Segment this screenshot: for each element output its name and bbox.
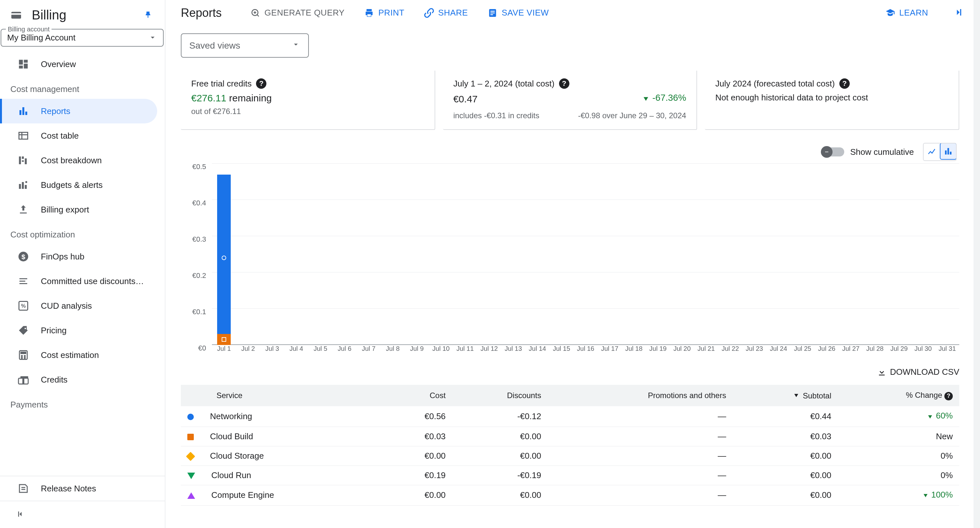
x-tick-label: Jul 4	[284, 345, 308, 358]
learn-label: LEARN	[899, 8, 928, 18]
change-cell: 0%	[838, 466, 959, 485]
change-cell: 100%	[838, 485, 959, 506]
help-icon[interactable]: ?	[944, 392, 953, 400]
sidebar-item-label: Committed use discounts…	[41, 276, 144, 286]
save-view-button[interactable]: SAVE VIEW	[487, 8, 549, 18]
svg-rect-43	[960, 9, 961, 16]
sidebar-item-credits[interactable]: Credits	[0, 367, 165, 392]
scrollbar[interactable]	[974, 0, 980, 528]
svg-rect-2	[19, 60, 23, 65]
generate-query-icon	[250, 8, 261, 18]
sidebar-item-reports[interactable]: Reports	[0, 99, 157, 124]
chart-type-group	[923, 143, 957, 161]
svg-rect-23	[19, 283, 27, 284]
sidebar-item-cost-estimation[interactable]: Cost estimation	[0, 343, 165, 367]
change-cell: 60%	[838, 406, 959, 427]
sidebar-item-cud-analysis[interactable]: %CUD analysis	[0, 293, 165, 318]
sidebar-item-pricing[interactable]: Pricing	[0, 318, 165, 343]
account-select-value: My Billing Account	[7, 33, 75, 43]
x-tick-label: Jul 29	[887, 345, 911, 358]
x-tick-label: Jul 27	[839, 345, 863, 358]
svg-point-29	[21, 356, 22, 357]
period-cost-card: July 1 – 2, 2024 (total cost) ? €0.47 -6…	[443, 71, 697, 130]
sidebar-item-label: Overview	[41, 59, 76, 69]
period-amount: €0.47	[453, 94, 478, 105]
nav-section-title: Cost optimization	[0, 222, 165, 244]
learn-button[interactable]: LEARN	[885, 8, 928, 18]
sidebar-item-finops-hub[interactable]: $FinOps hub	[0, 244, 165, 269]
svg-rect-45	[945, 151, 947, 155]
table-header[interactable]: Discounts	[452, 385, 548, 406]
table-row[interactable]: Cloud Storage€0.00€0.00—€0.000%	[181, 446, 959, 466]
sidebar-item-budgets-alerts[interactable]: Budgets & alerts	[0, 173, 165, 197]
help-icon[interactable]: ?	[839, 78, 850, 89]
table-header[interactable]: % Change ?	[838, 385, 959, 406]
saved-views-select[interactable]: Saved views	[181, 33, 309, 58]
table-row[interactable]: Cloud Build€0.03€0.00—€0.03New	[181, 427, 959, 446]
discounts-cell: €0.00	[452, 446, 548, 466]
collapse-panel-icon[interactable]	[951, 6, 964, 20]
card-title: Free trial credits	[191, 79, 251, 89]
cumulative-toggle[interactable]	[822, 147, 844, 157]
x-tick-label: Jul 12	[477, 345, 501, 358]
service-name: Cloud Storage	[210, 451, 264, 461]
svg-rect-7	[22, 107, 24, 115]
x-tick-label: Jul 5	[309, 345, 332, 358]
series-marker	[187, 414, 194, 420]
x-tick-label: Jul 11	[453, 345, 477, 358]
svg-rect-18	[20, 212, 27, 214]
trial-subtitle: out of €276.11	[191, 107, 424, 116]
service-name: Cloud Build	[210, 431, 253, 441]
cumulative-toggle-label: Show cumulative	[850, 147, 914, 157]
x-tick-label: Jul 20	[670, 345, 694, 358]
cost-cell: €0.03	[383, 427, 452, 446]
table-header[interactable]: Cost	[383, 385, 452, 406]
cost-cell: €0.19	[383, 466, 452, 485]
svg-rect-21	[19, 278, 27, 279]
table-header[interactable]: Promotions and others	[548, 385, 733, 406]
sidebar-item-overview[interactable]: Overview	[0, 52, 165, 76]
x-tick-label: Jul 2	[236, 345, 260, 358]
generate-query-label: GENERATE QUERY	[264, 8, 345, 18]
svg-rect-8	[25, 112, 27, 115]
sidebar-item-committed-use-discounts-[interactable]: Committed use discounts…	[0, 269, 165, 293]
line-chart-button[interactable]	[924, 144, 940, 160]
series-marker	[187, 492, 195, 499]
print-label: PRINT	[378, 8, 404, 18]
share-icon	[424, 8, 434, 18]
billing-account-select[interactable]: Billing account My Billing Account	[1, 29, 164, 47]
help-icon[interactable]: ?	[256, 78, 266, 89]
period-delta: -67.36%	[641, 93, 686, 103]
table-header[interactable]: Subtotal	[733, 385, 838, 406]
svg-rect-14	[19, 184, 21, 189]
generate-query-button[interactable]: GENERATE QUERY	[250, 8, 345, 18]
svg-rect-15	[22, 182, 24, 189]
committed-icon	[18, 275, 29, 287]
sidebar-collapse-button[interactable]	[0, 501, 165, 528]
sidebar-title: Billing	[32, 8, 137, 22]
table-header[interactable]: Service	[181, 385, 383, 406]
sidebar-item-release-notes[interactable]: Release Notes	[0, 476, 165, 501]
forecast-card: July 2024 (forecasted total cost) ? Not …	[705, 71, 959, 130]
bar-chart-button[interactable]	[940, 143, 957, 160]
table-row[interactable]: Networking€0.56-€0.12—€0.4460%	[181, 406, 959, 427]
download-csv-label: DOWNLOAD CSV	[890, 367, 959, 377]
svg-rect-10	[19, 157, 21, 164]
sidebar-item-cost-breakdown[interactable]: Cost breakdown	[0, 148, 165, 173]
sidebar-item-cost-table[interactable]: Cost table	[0, 124, 165, 148]
help-icon[interactable]: ?	[559, 78, 570, 89]
svg-rect-16	[25, 185, 27, 189]
x-tick-label: Jul 3	[260, 345, 284, 358]
y-tick-label: €0.5	[192, 163, 206, 171]
pin-icon[interactable]	[144, 10, 154, 21]
sidebar-item-billing-export[interactable]: Billing export	[0, 197, 165, 222]
download-csv-button[interactable]: DOWNLOAD CSV	[877, 367, 959, 377]
share-button[interactable]: SHARE	[424, 8, 468, 18]
table-row[interactable]: Cloud Run€0.19-€0.19—€0.000%	[181, 466, 959, 485]
print-button[interactable]: PRINT	[364, 8, 404, 18]
svg-text:$: $	[21, 253, 25, 260]
table-row[interactable]: Compute Engine€0.00€0.00—€0.00100%	[181, 485, 959, 506]
service-name: Compute Engine	[211, 490, 274, 500]
svg-rect-48	[879, 374, 885, 376]
service-name: Networking	[210, 411, 252, 421]
